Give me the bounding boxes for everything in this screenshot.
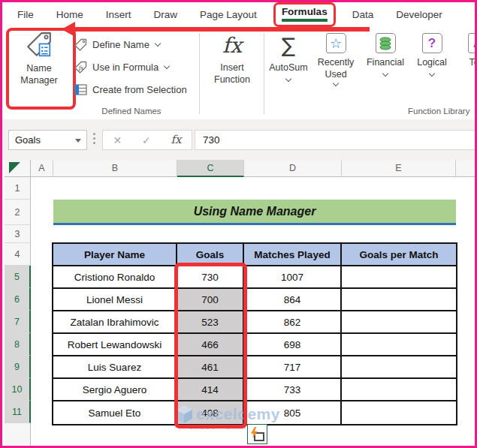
cell-matches[interactable]: 805	[244, 401, 342, 424]
cell-matches[interactable]: 733	[244, 379, 342, 401]
cell-goals-per-match[interactable]	[342, 266, 456, 289]
enter-check-icon[interactable]: ✓	[142, 135, 151, 146]
row-header-11-selected[interactable]: 11	[5, 401, 31, 423]
column-header-a[interactable]: A	[31, 160, 53, 177]
tab-formulas-active[interactable]: Formulas	[273, 2, 336, 27]
cell-player-name[interactable]: Cristiono Ronaldo	[53, 266, 177, 289]
name-box-value: Goals	[15, 134, 41, 146]
cell-player-name[interactable]: Zatalan Ibrahimovic	[53, 311, 177, 334]
cell-goals-per-match[interactable]	[342, 401, 456, 424]
row-header-9-selected[interactable]: 9	[5, 356, 31, 378]
cancel-icon[interactable]: ✕	[113, 135, 122, 146]
recently-used-book-icon: ☆	[326, 33, 346, 53]
row-header-1[interactable]: 1	[5, 177, 31, 200]
cell-matches[interactable]: 864	[244, 289, 342, 311]
row-header-10-selected[interactable]: 10	[5, 378, 31, 401]
logical-book-icon: ?	[422, 33, 442, 53]
use-in-formula-button[interactable]: fx Use in Formula	[74, 59, 171, 75]
tab-formulas-label: Formulas	[282, 6, 328, 17]
formula-bar-buttons: ✕ ✓ fx	[102, 130, 192, 150]
cell-goals-per-match[interactable]	[342, 356, 456, 379]
tab-home[interactable]: Home	[56, 9, 83, 20]
financial-book-icon	[376, 33, 396, 53]
cell-goals-selected[interactable]: 414	[177, 379, 244, 401]
cell-goals-per-match[interactable]	[342, 289, 456, 311]
row-header-8-selected[interactable]: 8	[5, 333, 31, 356]
cell-player-name[interactable]: Lionel Messi	[53, 289, 177, 311]
create-from-selection-label: Create from Selection	[92, 84, 187, 95]
column-header-e[interactable]: E	[342, 160, 456, 177]
cell-goals-per-match[interactable]	[342, 379, 456, 401]
tab-page-layout[interactable]: Page Layout	[200, 9, 257, 20]
tab-draw[interactable]: Draw	[154, 9, 178, 20]
cell-goals-selected[interactable]: 461	[177, 356, 244, 379]
cell-goals-active[interactable]: 730	[177, 266, 244, 289]
tab-developer[interactable]: Developer	[396, 9, 442, 20]
table-header-goals-per-match[interactable]: Goals per Match	[342, 244, 456, 266]
cell-goals-per-match[interactable]	[342, 311, 456, 334]
row-header-3[interactable]: 3	[5, 225, 31, 243]
function-library-group-label: Function Library	[408, 107, 477, 116]
table-header-player-name[interactable]: Player Name	[53, 244, 177, 266]
logical-button[interactable]: ? Logical	[412, 33, 451, 77]
use-in-formula-icon: fx	[74, 61, 87, 74]
name-box-dropdown-icon[interactable]	[75, 139, 81, 143]
logical-label: Logical	[417, 57, 447, 69]
cell-matches[interactable]: 717	[244, 356, 342, 379]
cell-matches[interactable]: 862	[244, 311, 342, 334]
create-from-selection-icon	[74, 83, 87, 96]
recently-used-button[interactable]: ☆ Recently Used	[312, 33, 360, 87]
create-from-selection-button[interactable]: Create from Selection	[74, 81, 187, 98]
annotation-arrow-line	[74, 27, 370, 32]
financial-button[interactable]: Financial	[364, 33, 406, 77]
formula-bar-splitter[interactable]	[93, 133, 95, 144]
active-tab-underline	[282, 19, 328, 22]
tab-data[interactable]: Data	[352, 9, 374, 20]
cell-goals-selected[interactable]: 408	[177, 401, 244, 424]
name-manager-button[interactable]: Name Manager	[10, 31, 68, 103]
tab-insert[interactable]: Insert	[106, 9, 131, 20]
tab-file[interactable]: File	[17, 9, 34, 20]
cell-player-name[interactable]: Robert Lewandowski	[53, 334, 177, 356]
cell-goals-selected[interactable]: 523	[177, 311, 244, 334]
name-box[interactable]: Goals	[8, 130, 87, 150]
row-header-partial[interactable]	[5, 423, 31, 448]
define-name-tag-icon	[74, 38, 87, 51]
title-banner-cell[interactable]: Using Name Manager	[53, 200, 456, 225]
text-book-icon: A	[468, 33, 477, 53]
chevron-down-icon	[382, 71, 389, 77]
insert-function-fx-icon[interactable]: fx	[171, 134, 182, 146]
define-name-button[interactable]: Define Name	[74, 36, 162, 53]
column-header-b[interactable]: B	[53, 160, 177, 177]
row-header-7-selected[interactable]: 7	[5, 311, 31, 333]
insert-function-label: Insert Function	[214, 62, 250, 86]
quick-analysis-button[interactable]	[247, 424, 267, 444]
cell-goals-selected[interactable]: 466	[177, 334, 244, 356]
letter-a-icon: A	[473, 37, 477, 50]
cell-goals-per-match[interactable]	[342, 334, 456, 356]
cell-matches[interactable]: 698	[244, 334, 342, 356]
text-button[interactable]: A Text	[459, 33, 477, 77]
cell-matches[interactable]: 1007	[244, 266, 342, 289]
autosum-button[interactable]: ∑ AutoSum	[267, 33, 310, 83]
row-header-4[interactable]: 4	[5, 243, 31, 266]
name-manager-label: Name Manager	[11, 62, 68, 87]
table-header-goals[interactable]: Goals	[177, 244, 244, 266]
cell-goals-selected[interactable]: 700	[177, 289, 244, 311]
column-header-partial[interactable]	[456, 160, 477, 177]
cell-player-name[interactable]: Luis Suarez	[53, 356, 177, 379]
cell-player-name[interactable]: Samuel Eto	[53, 401, 177, 424]
table-header-matches-played[interactable]: Matches Played	[244, 244, 342, 266]
formula-value: 730	[203, 134, 220, 146]
column-header-d[interactable]: D	[244, 160, 342, 177]
cell-player-name[interactable]: Sergio Aguero	[53, 379, 177, 401]
coins-icon	[379, 36, 392, 51]
formula-bar: Goals ✕ ✓ fx 730	[2, 119, 475, 160]
select-all-button[interactable]	[5, 160, 31, 177]
formula-input[interactable]: 730	[195, 130, 475, 150]
row-header-5-selected[interactable]: 5	[5, 266, 31, 288]
insert-function-button[interactable]: fx Insert Function	[210, 33, 255, 86]
row-header-2[interactable]: 2	[5, 200, 31, 225]
row-header-6-selected[interactable]: 6	[5, 288, 31, 311]
column-header-c-selected[interactable]: C	[177, 160, 244, 177]
